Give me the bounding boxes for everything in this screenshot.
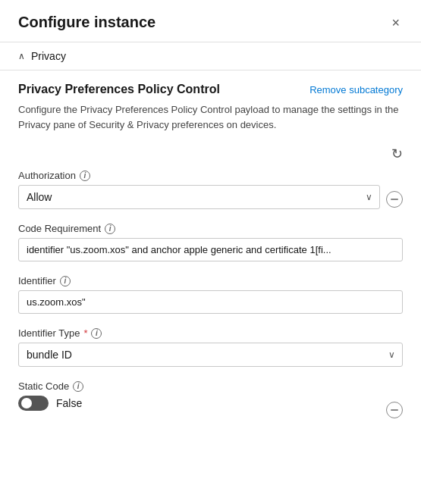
code-requirement-label: Code Requirement i — [18, 223, 403, 234]
configure-instance-dialog: Configure instance × ∧ Privacy Privacy P… — [0, 0, 421, 504]
authorization-row: Authorization i Allow Deny AllowStandard… — [18, 170, 403, 223]
authorization-select[interactable]: Allow Deny AllowStandardUserToSetSystemS… — [18, 185, 380, 209]
authorization-remove-button[interactable] — [386, 191, 403, 208]
identifier-type-select[interactable]: bundle ID path — [18, 343, 403, 367]
code-requirement-info-icon[interactable]: i — [105, 224, 115, 234]
static-code-toggle-row: False — [18, 396, 386, 411]
reset-button[interactable]: ↺ — [391, 146, 403, 162]
identifier-type-group: Identifier Type * i bundle ID path ∨ — [18, 327, 403, 367]
code-requirement-group: Code Requirement i — [18, 223, 403, 261]
static-code-toggle[interactable] — [18, 396, 49, 411]
authorization-select-wrapper: Allow Deny AllowStandardUserToSetSystemS… — [18, 185, 380, 209]
identifier-group: Identifier i — [18, 275, 403, 314]
authorization-info-icon[interactable]: i — [80, 171, 90, 181]
reset-row: ↺ — [18, 146, 403, 162]
section-label: Privacy — [31, 50, 66, 62]
identifier-info-icon[interactable]: i — [60, 276, 71, 286]
identifier-input[interactable] — [18, 290, 403, 314]
identifier-type-info-icon[interactable]: i — [91, 328, 102, 339]
policy-title: Privacy Preferences Policy Control — [18, 83, 220, 96]
static-code-info-icon[interactable]: i — [73, 381, 83, 392]
remove-subcategory-link[interactable]: Remove subcategory — [309, 84, 403, 95]
policy-description: Configure the Privacy Preferences Policy… — [18, 102, 403, 132]
static-code-label: Static Code i — [18, 380, 386, 392]
authorization-label: Authorization i — [18, 170, 380, 181]
code-requirement-input[interactable] — [18, 238, 403, 261]
identifier-label: Identifier i — [18, 275, 403, 286]
required-star: * — [83, 327, 87, 339]
authorization-group: Authorization i Allow Deny AllowStandard… — [18, 170, 380, 209]
static-code-row: Static Code i False — [18, 380, 403, 418]
dialog-header: Configure instance × — [0, 0, 421, 42]
static-code-content: Static Code i False — [18, 380, 386, 411]
privacy-section-header[interactable]: ∧ Privacy — [0, 42, 421, 70]
policy-header: Privacy Preferences Policy Control Remov… — [18, 83, 403, 96]
static-code-value: False — [56, 397, 82, 409]
identifier-type-select-wrapper: bundle ID path ∨ — [18, 343, 403, 367]
close-button[interactable]: × — [388, 14, 403, 31]
static-code-remove-button[interactable] — [386, 402, 403, 418]
content-area: Privacy Preferences Policy Control Remov… — [0, 70, 421, 430]
identifier-type-label: Identifier Type * i — [18, 327, 403, 339]
chevron-up-icon: ∧ — [18, 51, 25, 61]
toggle-thumb — [21, 398, 32, 409]
dialog-title: Configure instance — [18, 14, 156, 31]
